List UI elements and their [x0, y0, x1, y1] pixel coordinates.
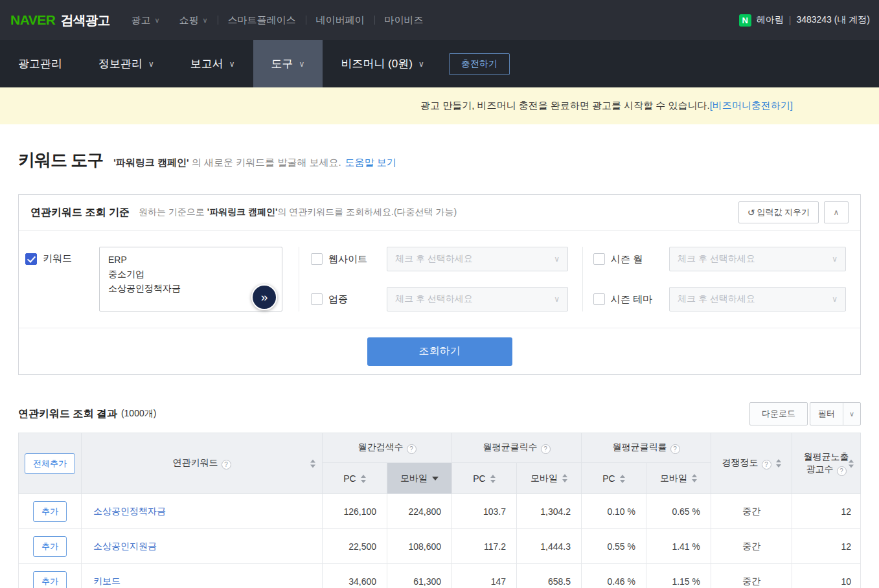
mobile-ctr-header[interactable]: 모바일 — [646, 463, 711, 494]
criteria-footer: 조회하기 — [19, 328, 860, 374]
top-menu-shopping[interactable]: 쇼핑 ∨ — [170, 14, 218, 27]
top-menu-smartplace[interactable]: 스마트플레이스 — [218, 14, 306, 27]
pc-clicks-value: 103.7 — [452, 494, 517, 529]
website-checkbox[interactable] — [311, 253, 323, 265]
page-title: 키워드 도구 — [18, 149, 103, 172]
mobile-ctr-value: 1.15 % — [646, 564, 711, 588]
collapse-panel-button[interactable]: ∧ — [824, 201, 849, 223]
sort-icon[interactable] — [562, 474, 567, 482]
sort-icon[interactable] — [692, 474, 697, 482]
ad-count-value: 12 — [792, 494, 861, 529]
top-menu-ad[interactable]: 광고 ∨ — [121, 14, 169, 27]
chevron-down-icon: ∨ — [154, 16, 159, 25]
pc-clicks-value: 147 — [452, 564, 517, 588]
floating-widget-icon[interactable]: » — [251, 284, 277, 310]
season-column: 시즌 월 체크 후 선택하세요 ∨ 시즌 테마 체크 후 선택하세요 ∨ — [582, 247, 860, 311]
chevron-down-icon: ∨ — [843, 403, 860, 425]
clear-inputs-button[interactable]: ↺ 입력값 지우기 — [738, 201, 819, 223]
industry-checkbox[interactable] — [311, 293, 323, 305]
service-name: 검색광고 — [60, 12, 109, 29]
nav-bizmoney[interactable]: 비즈머니 (0원) ∨ — [323, 40, 442, 87]
ad-count-value: 12 — [792, 529, 861, 564]
keyword-link[interactable]: 소상공인지원금 — [93, 541, 157, 551]
pc-clicks-value: 117.2 — [452, 529, 517, 564]
bizmoney-charge-link[interactable]: [비즈머니충전하기] — [710, 100, 793, 111]
page-header: 키워드 도구 '파워링크 캠페인' 의 새로운 키워드를 발굴해 보세요.도움말… — [0, 124, 879, 168]
account-menu[interactable]: N 헤아림 | 3483243 (내 계정) — [739, 14, 870, 27]
sort-icon[interactable] — [776, 459, 781, 468]
mobile-search-value: 108,600 — [387, 529, 452, 564]
main-nav: 광고관리 정보관리 ∨ 보고서 ∨ 도구 ∨ 비즈머니 (0원) ∨ 충전하기 — [0, 40, 879, 87]
pc-search-value: 34,600 — [323, 564, 387, 588]
mobile-search-value: 224,800 — [387, 494, 452, 529]
help-link[interactable]: 도움말 보기 — [345, 157, 396, 168]
nav-report[interactable]: 보고서 ∨ — [172, 40, 253, 87]
criteria-panel: 연관키워드 조회 기준 원하는 기준으로 '파워링크 캠페인'의 연관키워드를 … — [18, 194, 861, 375]
pc-search-value: 22,500 — [323, 529, 387, 564]
download-button[interactable]: 다운로드 — [749, 402, 808, 425]
account-divider: | — [789, 15, 792, 25]
competition-value: 중간 — [711, 564, 792, 588]
industry-select[interactable]: 체크 후 선택하세요 ∨ — [387, 287, 568, 311]
help-icon[interactable]: ? — [837, 466, 847, 476]
website-select[interactable]: 체크 후 선택하세요 ∨ — [387, 247, 568, 271]
pc-ctr-header[interactable]: PC — [582, 463, 646, 494]
season-month-label: 시즌 월 — [611, 253, 643, 266]
website-label: 웹사이트 — [328, 253, 367, 266]
page-subtitle: '파워링크 캠페인' 의 새로운 키워드를 발굴해 보세요.도움말 보기 — [113, 157, 396, 169]
criteria-title: 연관키워드 조회 기준 — [30, 206, 130, 220]
keyword-checkbox[interactable] — [25, 253, 37, 265]
help-icon[interactable]: ? — [407, 444, 417, 454]
sort-icon[interactable] — [310, 459, 315, 468]
naver-searchad-logo[interactable]: NAVER 검색광고 — [10, 12, 109, 29]
mobile-search-header-sorted[interactable]: 모바일 — [387, 463, 452, 494]
top-menu-mybiz[interactable]: 마이비즈 — [375, 14, 433, 27]
season-month-select[interactable]: 체크 후 선택하세요 ∨ — [669, 247, 846, 271]
sort-icon[interactable] — [361, 475, 366, 483]
chevron-down-icon: ∨ — [418, 60, 424, 69]
mobile-ctr-value: 1.41 % — [646, 529, 711, 564]
add-keyword-button[interactable]: 추가 — [33, 571, 67, 588]
mobile-clicks-value: 1,444.3 — [517, 529, 582, 564]
nav-tools[interactable]: 도구 ∨ — [253, 40, 323, 87]
table-row: 추가 키보드 34,600 61,300 147 658.5 0.46 % 1.… — [19, 564, 861, 588]
nav-info-management[interactable]: 정보관리 ∨ — [80, 40, 172, 87]
search-button[interactable]: 조회하기 — [367, 337, 512, 366]
help-icon[interactable]: ? — [670, 444, 680, 454]
account-name: 헤아림 — [757, 14, 784, 26]
help-icon[interactable]: ? — [762, 460, 771, 469]
add-all-button[interactable]: 전체추가 — [25, 453, 75, 474]
chevron-up-icon: ∧ — [834, 208, 839, 217]
top-menu-naverpay[interactable]: 네이버페이 — [306, 14, 374, 27]
add-all-header-cell: 전체추가 — [19, 433, 82, 494]
season-theme-select[interactable]: 체크 후 선택하세요 ∨ — [669, 287, 846, 311]
charge-button[interactable]: 충전하기 — [449, 53, 510, 75]
ad-count-column-header[interactable]: 월평균노출 광고수? — [792, 433, 861, 494]
monthly-clicks-header: 월평균클릭수? — [452, 433, 582, 463]
sort-icon[interactable] — [620, 475, 625, 483]
help-icon[interactable]: ? — [222, 460, 231, 469]
add-keyword-button[interactable]: 추가 — [33, 536, 67, 557]
keyword-column-header[interactable]: 연관키워드? — [82, 433, 323, 494]
sort-icon[interactable] — [490, 475, 496, 483]
pc-search-header[interactable]: PC — [323, 463, 387, 494]
keyword-link[interactable]: 소상공인정책자금 — [93, 506, 166, 516]
add-keyword-button[interactable]: 추가 — [33, 501, 67, 522]
mobile-clicks-value: 658.5 — [517, 564, 582, 588]
pc-clicks-header[interactable]: PC — [452, 463, 517, 494]
help-icon[interactable]: ? — [541, 444, 551, 454]
mobile-clicks-header[interactable]: 모바일 — [517, 463, 582, 494]
keyword-link[interactable]: 키보드 — [93, 576, 120, 586]
season-theme-label: 시즌 테마 — [611, 293, 652, 306]
sort-icon[interactable] — [849, 459, 854, 468]
nav-ad-management[interactable]: 광고관리 — [0, 40, 80, 87]
filter-button[interactable]: 필터 ∨ — [810, 402, 861, 425]
season-month-checkbox[interactable] — [593, 253, 605, 265]
account-id: 3483243 (내 계정) — [796, 14, 870, 26]
criteria-description: 원하는 기준으로 '파워링크 캠페인'의 연관키워드를 조회하세요.(다중선택 … — [139, 207, 457, 218]
pc-search-value: 126,100 — [323, 494, 387, 529]
season-theme-checkbox[interactable] — [593, 293, 605, 305]
competition-column-header[interactable]: 경쟁정도? — [711, 433, 792, 494]
results-count: (1000개) — [121, 408, 156, 420]
table-row: 추가 소상공인지원금 22,500 108,600 117.2 1,444.3 … — [19, 529, 861, 564]
